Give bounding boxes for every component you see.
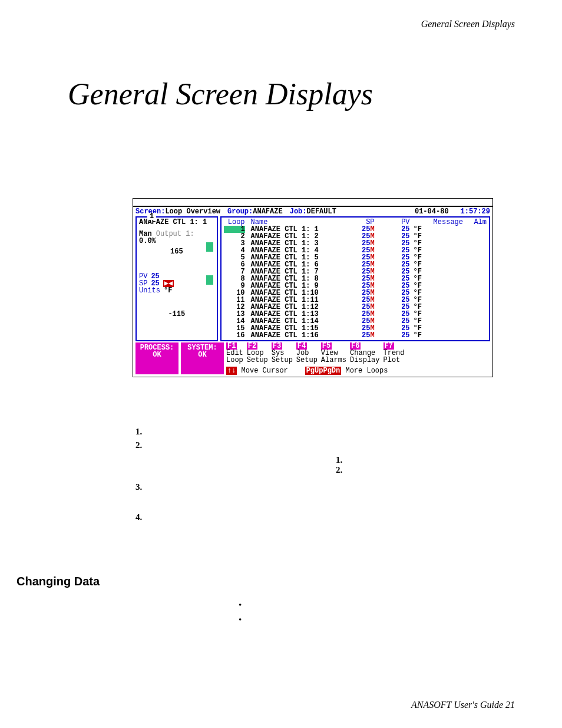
figure-loop-overview: Screen:Loop Overview Group:ANAFAZE Job:D…	[133, 198, 493, 377]
fkey-f3[interactable]: F3SysSetup	[272, 342, 293, 364]
status-boxes: PROCESS:OK SYSTEM:OK	[135, 342, 224, 374]
chapter-title: General Screen Displays	[68, 77, 373, 111]
overview-row[interactable]: 16ANAFAZE CTL 1:1625M25°F	[224, 332, 487, 339]
arrow-keys-icon: ↑↓	[226, 367, 237, 375]
bullet-list: • •	[239, 600, 247, 630]
fkey-f6[interactable]: F6ChangeDisplay	[350, 342, 379, 364]
fkey-f2[interactable]: F2LoopSetup	[247, 342, 268, 364]
fkey-f7[interactable]: F7TrendPlot	[384, 342, 405, 364]
running-header: General Screen Displays	[421, 19, 515, 29]
terminal-titlebar: Screen:Loop Overview Group:ANAFAZE Job:D…	[133, 207, 492, 216]
overview-panel: Loop Name SP PV Message Alm 1ANAFAZE CTL…	[220, 216, 490, 341]
page-footer: ANASOFT User's Guide 21	[411, 700, 515, 710]
pgup-pgdn-icon: PgUpPgDn	[305, 367, 342, 375]
function-key-bar: F1EditLoopF2LoopSetupF3SysSetupF4JobSetu…	[226, 342, 490, 364]
fkey-f5[interactable]: F5ViewAlarms	[321, 342, 346, 364]
section-heading: Changing Data	[16, 575, 100, 588]
numbered-list: 1. 2. 3. 4.	[135, 427, 147, 526]
fkey-f4[interactable]: F4JobSetup	[296, 342, 318, 364]
numbered-sublist: 1. 2.	[336, 455, 348, 475]
fkey-f1[interactable]: F1EditLoop	[226, 342, 243, 364]
single-loop-panel: 1 ANAFAZE CTL 1: 1 Man Output 1: 0.0% 16…	[135, 216, 218, 341]
